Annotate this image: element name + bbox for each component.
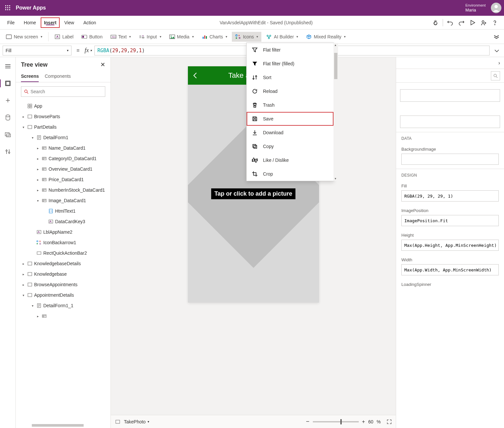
app-checker-icon[interactable] (432, 19, 439, 27)
media-rail-icon[interactable] (3, 129, 13, 140)
media-button[interactable]: Media▾ (166, 32, 197, 42)
tree-item-numberinstock-datacard[interactable]: ▸NumberInStock_DataCard1 (16, 185, 111, 195)
data-rail-icon[interactable] (3, 112, 13, 123)
dropdown-item-flat-filter-filled[interactable]: Flat filter (filled) (247, 57, 333, 71)
width-input[interactable] (401, 264, 499, 275)
dropdown-item-reload[interactable]: Reload (247, 84, 333, 98)
breadcrumb-screen[interactable]: TakePhoto▾ (124, 419, 149, 424)
backgroundimage-input[interactable] (401, 154, 499, 165)
horizontal-scrollbar[interactable] (18, 424, 108, 427)
menu-action[interactable]: Action (79, 17, 101, 29)
ribbon-expand-icon[interactable] (492, 33, 501, 41)
height-input[interactable] (401, 240, 499, 251)
dropdown-item-like-dislike[interactable]: Like / Dislike (247, 153, 333, 167)
back-arrow-icon[interactable] (192, 72, 199, 79)
tree-item-htmltext1[interactable]: HtmlText1 (16, 206, 111, 216)
zoom-out-button[interactable]: − (306, 418, 310, 425)
tree-view-icon[interactable] (3, 78, 13, 89)
tree-item-categoryid-datacard[interactable]: ▸CategoryID_DataCard1 (16, 153, 111, 164)
tree-item-customername-datacard[interactable]: ▸ (16, 311, 111, 321)
redo-icon[interactable] (457, 19, 465, 27)
dropdown-item-download[interactable]: Download (247, 126, 333, 139)
tree-item-image-datacard[interactable]: ▾Image_DataCard1 (16, 195, 111, 206)
height-label: Height (401, 233, 499, 238)
dropdown-scrollbar[interactable]: ▲ ▼ (333, 43, 338, 181)
text-button[interactable]: Abc Text▾ (107, 32, 134, 42)
zoom-in-button[interactable]: + (362, 419, 365, 425)
menu-home[interactable]: Home (19, 17, 41, 29)
close-icon[interactable]: ✕ (100, 61, 105, 68)
advanced-tools-icon[interactable] (3, 146, 13, 157)
tab-components[interactable]: Components (45, 71, 71, 82)
tree-item-rectquickactionbar2[interactable]: RectQuickActionBar2 (16, 248, 111, 258)
tree-search[interactable] (21, 86, 105, 97)
sort-icon (251, 74, 258, 81)
svg-rect-13 (6, 35, 11, 39)
dropdown-item-trash[interactable]: Trash (247, 98, 333, 112)
icons-icon (235, 34, 241, 40)
tree-item-datacardkey3[interactable]: DataCardKey3 (16, 216, 111, 227)
menu-view[interactable]: View (60, 17, 79, 29)
fx-dropdown[interactable]: fx▾ (85, 47, 92, 54)
tree-item-name-datacard[interactable]: ▸Name_DataCard1 (16, 143, 111, 153)
avatar[interactable] (491, 3, 501, 13)
formula-expand-icon[interactable] (492, 46, 501, 55)
help-icon[interactable] (491, 19, 499, 27)
property-field-blank-1[interactable] (400, 89, 500, 102)
button-button[interactable]: Button (78, 32, 106, 42)
scrollbar-up-arrow-icon[interactable]: ▲ (334, 44, 337, 47)
dropdown-item-copy[interactable]: Copy (247, 139, 333, 153)
tree-item-appointmentdetails[interactable]: ▾AppointmentDetails (16, 290, 111, 300)
mixed-reality-button[interactable]: Mixed Reality▾ (303, 32, 349, 42)
new-screen-button[interactable]: New screen▾ (3, 32, 46, 42)
dropdown-item-sort[interactable]: Sort (247, 71, 333, 84)
svg-rect-66 (254, 145, 257, 148)
hamburger-icon[interactable] (3, 61, 13, 72)
dropdown-item-flat-filter[interactable]: Flat filter (247, 43, 333, 57)
scrollbar-thumb[interactable] (334, 53, 337, 79)
tree-item-knowledgebasedetails[interactable]: ▸KnowledgebaseDetails (16, 258, 111, 269)
tree-item-detailform1[interactable]: ▾DetailForm1 (16, 132, 111, 143)
tree-item-iconbackarrow1[interactable]: IconBackarrow1 (16, 237, 111, 248)
collapse-panel-icon[interactable]: › (498, 60, 500, 66)
tree-item-app[interactable]: App (16, 101, 111, 111)
properties-search-icon[interactable] (491, 71, 500, 80)
tree-item-knowledgebase[interactable]: ▸Knowledgebase (16, 269, 111, 279)
tree-item-partdetails[interactable]: ▾PartDetails (16, 122, 111, 132)
insert-rail-icon[interactable] (3, 95, 13, 106)
imageposition-input[interactable] (401, 215, 499, 226)
menu-file[interactable]: File (3, 17, 19, 29)
app-title: Power Apps (16, 5, 465, 11)
property-selector[interactable]: Fill▾ (3, 46, 71, 55)
download-icon (251, 129, 258, 136)
property-field-blank-2[interactable] (400, 116, 500, 128)
charts-button[interactable]: Charts▾ (198, 32, 231, 42)
tree-item-browseparts[interactable]: ▸BrowseParts (16, 111, 111, 122)
play-icon[interactable] (469, 19, 476, 27)
menu-insert[interactable]: Insert (41, 17, 60, 28)
dropdown-item-crop[interactable]: Crop (247, 167, 333, 181)
waffle-icon[interactable] (3, 3, 13, 13)
undo-icon[interactable] (446, 19, 454, 27)
dropdown-item-save[interactable]: Save (247, 112, 333, 126)
tree-item-lblappname2[interactable]: LblAppName2 (16, 227, 111, 237)
ai-builder-button[interactable]: AI Builder▾ (263, 32, 301, 42)
tree-item-detailform1-1[interactable]: ▾DetailForm1_1 (16, 300, 111, 311)
input-button[interactable]: Input▾ (135, 32, 164, 42)
tab-screens[interactable]: Screens (21, 71, 39, 82)
svg-rect-23 (203, 37, 204, 39)
environment-picker[interactable]: Environment Maria (465, 3, 486, 13)
tree-item-overview-datacard[interactable]: ▸Overview_DataCard1 (16, 164, 111, 174)
tree-item-browseappointments[interactable]: ▸BrowseAppointments (16, 279, 111, 290)
share-icon[interactable] (480, 19, 488, 27)
svg-point-37 (9, 152, 10, 153)
svg-rect-2 (9, 5, 10, 6)
search-input[interactable] (30, 89, 102, 94)
fill-input[interactable] (401, 190, 499, 202)
fit-to-window-icon[interactable] (387, 419, 392, 424)
icons-button[interactable]: Icons▾ (232, 32, 261, 42)
zoom-slider[interactable] (313, 421, 359, 422)
scrollbar-down-arrow-icon[interactable]: ▼ (334, 177, 337, 180)
label-button[interactable]: Label (51, 32, 77, 42)
tree-item-price-datacard[interactable]: ▸Price_DataCard1 (16, 174, 111, 185)
